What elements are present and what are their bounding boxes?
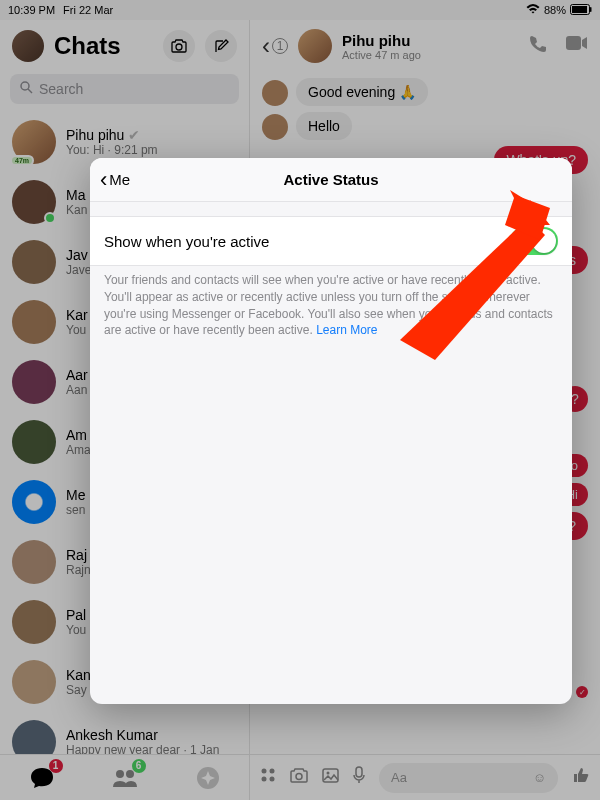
modal-header: ‹ Me Active Status	[90, 158, 572, 202]
active-status-modal: ‹ Me Active Status Show when you're acti…	[90, 158, 572, 704]
setting-description: Your friends and contacts will see when …	[90, 266, 572, 353]
learn-more-link[interactable]: Learn More	[316, 323, 377, 337]
active-status-toggle[interactable]	[510, 227, 558, 255]
modal-back-button[interactable]: ‹ Me	[100, 169, 130, 191]
chevron-left-icon: ‹	[100, 169, 107, 191]
modal-title: Active Status	[283, 171, 378, 188]
setting-label: Show when you're active	[104, 233, 269, 250]
active-status-toggle-row: Show when you're active	[90, 217, 572, 265]
